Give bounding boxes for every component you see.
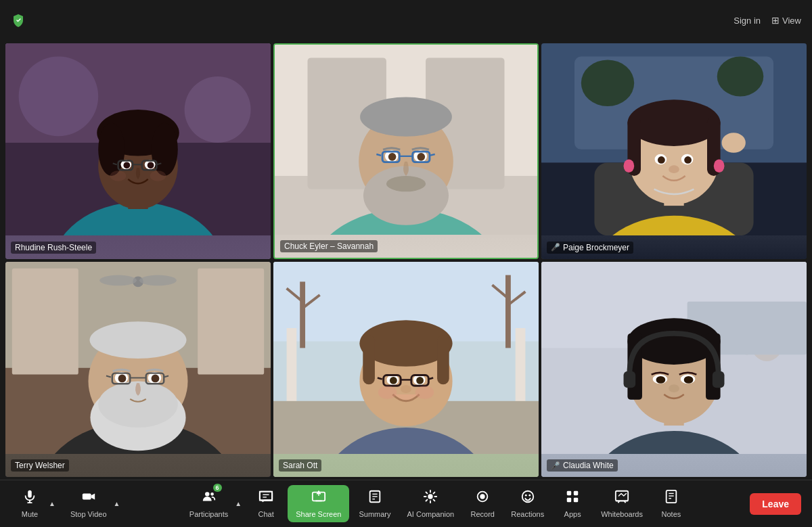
video-canvas-paige [541,43,807,259]
svg-point-20 [150,170,166,181]
participants-button[interactable]: 6 Participants [183,485,235,522]
svg-rect-156 [574,498,578,502]
name-label-rhudine: Rhudine Rush-Steele [11,242,96,254]
video-tile-terry: Terry Welsher [5,262,271,478]
view-label: View [782,16,801,26]
summary-icon [367,489,382,507]
svg-point-56 [669,165,679,173]
svg-rect-62 [12,268,78,374]
svg-rect-126 [713,371,725,388]
participant-name-sarah: Sarah Ott [283,461,317,470]
participant-art-chuck [275,45,537,235]
svg-point-137 [210,492,214,496]
svg-point-3 [185,76,251,143]
svg-point-59 [722,133,746,152]
camera-icon [81,489,96,507]
toolbar-center-group: 6 Participants ▲ Chat [122,485,750,522]
reactions-icon [520,489,535,507]
summary-button[interactable]: Summary [352,485,397,522]
apps-label: Apps [564,510,581,518]
mic-off-claudia: 🎤 [551,461,560,470]
svg-point-30 [386,176,426,191]
participants-label: Participants [189,510,228,518]
grid-icon: ⊞ [771,15,780,26]
mute-group: Mute ▲ [11,485,58,522]
svg-point-66 [139,275,177,285]
svg-rect-63 [198,268,264,374]
video-tile-chuck: Chuck Eyler – Savannah [273,43,539,259]
svg-point-19 [110,170,127,181]
svg-point-151 [525,495,527,497]
svg-point-57 [624,159,635,173]
video-grid: Rhudine Rush-Steele [0,41,812,480]
svg-point-152 [528,495,531,497]
participant-name-rhudine: Rhudine Rush-Steele [15,243,92,252]
record-icon [475,489,490,507]
svg-rect-154 [574,491,578,495]
ai-companion-button[interactable]: AI Companion [401,485,461,522]
summary-label: Summary [359,510,390,518]
mic-off-paige: 🎤 [551,243,560,252]
record-label: Record [471,510,495,518]
apps-button[interactable]: Apps [554,485,591,522]
name-label-chuck: Chuck Eyler – Savannah [280,240,378,252]
participant-art-rhudine [5,43,271,235]
video-canvas-sarah [273,262,539,478]
whiteboards-button[interactable]: Whiteboards [594,485,650,522]
whiteboards-label: Whiteboards [601,510,643,518]
svg-point-12 [123,162,130,168]
mute-button[interactable]: Mute [11,485,49,522]
svg-rect-84 [300,281,305,348]
participants-icon: 6 [202,489,217,507]
svg-rect-125 [624,371,636,388]
svg-point-70 [89,321,186,359]
svg-rect-155 [567,498,571,502]
participants-caret[interactable]: ▲ [232,496,244,511]
svg-point-9 [152,123,178,176]
share-screen-label: Share Screen [296,510,341,518]
stop-video-label: Stop Video [70,510,107,518]
reactions-button[interactable]: Reactions [504,485,551,522]
svg-point-13 [148,162,154,168]
name-label-terry: Terry Welsher [11,459,69,472]
svg-point-33 [388,153,397,161]
svg-rect-161 [667,490,677,503]
toolbar: Mute ▲ Stop Video ▲ [0,480,812,527]
participant-art-claudia [541,262,807,454]
sign-in-button[interactable]: Sign in [734,16,761,26]
video-caret[interactable]: ▲ [111,496,123,511]
leave-button[interactable]: Leave [750,493,801,515]
svg-point-58 [714,159,725,173]
record-button[interactable]: Record [464,485,501,522]
stop-video-button[interactable]: Stop Video [64,485,114,522]
top-bar-left [11,13,26,28]
video-canvas-claudia [541,262,807,478]
svg-point-111 [401,385,411,393]
mute-label: Mute [22,510,38,518]
svg-point-28 [360,97,452,137]
mute-caret[interactable]: ▲ [46,496,58,511]
svg-point-147 [428,494,433,499]
chat-label: Chat [258,510,274,518]
notes-button[interactable]: Notes [652,485,690,522]
chat-button[interactable]: Chat [247,485,285,522]
view-button[interactable]: ⊞ View [771,15,801,26]
share-screen-button[interactable]: Share Screen [288,485,349,522]
participant-art-sarah [273,262,539,454]
shield-icon [11,13,26,28]
svg-point-8 [98,123,125,176]
svg-point-113 [415,386,434,399]
svg-point-76 [152,374,160,382]
chat-icon [258,489,273,507]
ai-companion-label: AI Companion [407,510,455,518]
svg-point-105 [416,377,424,384]
participant-name-chuck: Chuck Eyler – Savannah [284,242,374,251]
participant-art-paige [541,43,807,235]
participants-group: 6 Participants ▲ [183,485,244,522]
participant-name-claudia: Claudia White [563,461,614,470]
svg-point-54 [658,156,665,164]
name-label-claudia: 🎤 Claudia White [547,459,618,472]
video-canvas-rhudine [5,43,271,259]
svg-point-129 [656,376,666,384]
svg-rect-132 [28,490,32,498]
